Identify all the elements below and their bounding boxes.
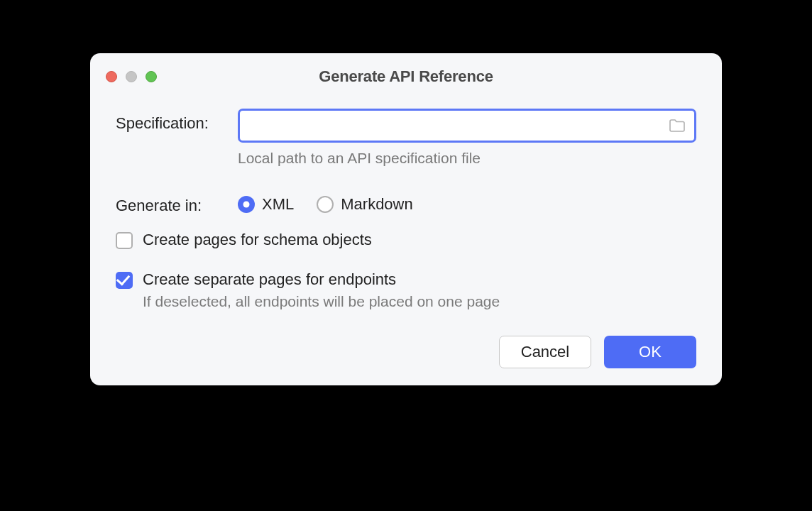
window-maximize-button[interactable] [146,71,157,82]
endpoint-pages-sub: If deselected, all endpoints will be pla… [143,293,500,310]
radio-xml-label: XML [262,195,294,214]
endpoint-pages-row: Create separate pages for endpoints If d… [116,270,696,310]
ok-button[interactable]: OK [604,336,696,368]
schema-pages-checkbox[interactable] [116,232,133,249]
window-close-button[interactable] [106,71,117,82]
radio-markdown-group[interactable]: Markdown [317,195,412,214]
schema-pages-label: Create pages for schema objects [143,231,372,249]
specification-hint: Local path to an API specification file [238,150,696,167]
generate-api-reference-dialog: Generate API Reference Specification: Lo… [90,53,722,385]
generate-in-row: Generate in: XML Markdown [116,191,696,215]
schema-pages-row: Create pages for schema objects [116,231,696,249]
endpoint-pages-label: Create separate pages for endpoints [143,270,500,289]
generate-in-label: Generate in: [116,191,238,215]
specification-input[interactable] [248,118,669,134]
radio-markdown-label: Markdown [341,195,412,214]
specification-row: Specification: Local path to an API spec… [116,109,696,167]
cancel-button[interactable]: Cancel [499,336,591,368]
specification-input-wrap[interactable] [238,109,696,143]
window-minimize-button[interactable] [126,71,137,82]
dialog-content: Specification: Local path to an API spec… [90,87,722,385]
radio-markdown[interactable] [317,196,334,213]
titlebar: Generate API Reference [90,53,722,87]
endpoint-pages-checkbox[interactable] [116,272,133,289]
button-row: Cancel OK [116,336,696,368]
radio-xml[interactable] [238,196,255,213]
specification-label: Specification: [116,109,238,133]
window-controls [106,71,157,82]
dialog-title: Generate API Reference [106,67,706,86]
radio-xml-group[interactable]: XML [238,195,294,214]
folder-icon[interactable] [669,119,686,133]
